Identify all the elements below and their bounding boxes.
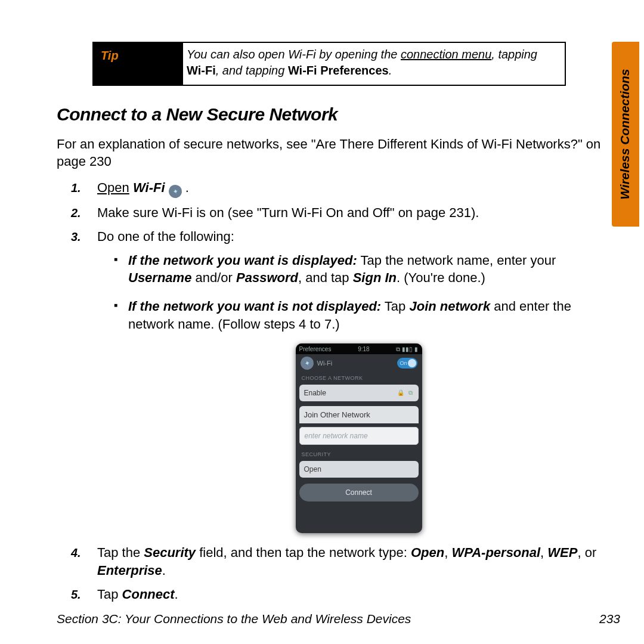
phone-status-icons: ⧉ ▮▮▯ ▮ — [396, 345, 418, 354]
type-wpa: WPA-personal — [451, 545, 540, 560]
type-enterprise: Enterprise — [97, 563, 162, 578]
step-text: , — [540, 545, 547, 560]
step-text: , or — [577, 545, 596, 560]
security-value: Open — [304, 465, 321, 474]
tip-label-cell: Tip — [94, 43, 183, 85]
sub-lead: If the network you want is not displayed… — [128, 299, 381, 314]
battery-icon: ▮ — [414, 345, 418, 354]
steps-list: Open Wi-Fi ✦ . Make sure Wi-Fi is on (se… — [69, 179, 620, 603]
side-tab-wireless-connections: Wireless Connections — [612, 42, 639, 227]
step-4: Tap the Security field, and then tap the… — [92, 544, 620, 579]
type-open: Open — [411, 545, 444, 560]
phone-frame: Preferences 9:18 ⧉ ▮▮▯ ▮ ✦ Wi-Fi — [296, 343, 422, 533]
sub-lead: If the network you want is displayed: — [128, 253, 357, 268]
tip-text: , tapping — [491, 48, 537, 61]
phone-app-menu[interactable]: Preferences — [299, 346, 332, 352]
step-text: . — [162, 563, 166, 578]
username-label: Username — [128, 270, 191, 285]
network-icons: 🔒 ⧉ — [397, 389, 414, 397]
footer-section: Section 3C: Your Connections to the Web … — [57, 611, 411, 627]
step-2: Make sure Wi-Fi is on (see "Turn Wi-Fi O… — [92, 204, 620, 222]
step-text: , — [444, 545, 451, 560]
network-name-input[interactable]: enter network name — [299, 427, 419, 445]
section-heading: Connect to a New Secure Network — [57, 103, 620, 127]
security-label: Security — [144, 545, 196, 560]
tip-bold: Wi-Fi Preferences — [288, 64, 389, 77]
step-5: Tap Connect. — [92, 586, 620, 603]
open-link[interactable]: Open — [97, 180, 129, 195]
sub-text: and/or — [191, 270, 236, 285]
tip-box: Tip You can also open Wi-Fi by opening t… — [92, 42, 566, 86]
wifi-toggle[interactable]: On — [397, 358, 417, 369]
step-text: . — [182, 180, 189, 195]
wifi-toggle-label: On — [400, 360, 407, 367]
tip-label: Tip — [101, 48, 119, 64]
step-text: Do one of the following: — [97, 229, 234, 244]
network-name: Enable — [304, 388, 326, 398]
lock-icon: 🔒 — [397, 389, 405, 396]
sub-text: . (You're done.) — [397, 270, 485, 285]
join-other-network-header: Join Other Network — [299, 406, 419, 424]
phone-statusbar: Preferences 9:18 ⧉ ▮▮▯ ▮ — [296, 343, 422, 354]
wifi-status-icon: ⧉ — [396, 345, 400, 354]
security-header: SECURITY — [296, 448, 422, 459]
sub-text: Tap the network name, enter your — [357, 253, 556, 268]
phone-wifi-row: ✦ Wi-Fi On — [296, 354, 422, 372]
step-3-sublist: If the network you want is displayed: Ta… — [114, 252, 620, 333]
tip-text: , and tapping — [216, 64, 288, 77]
sub-text: Tap — [381, 299, 409, 314]
page-footer: Section 3C: Your Connections to the Web … — [57, 611, 620, 627]
wifi-icon: ✦ — [167, 184, 183, 200]
choose-network-header: CHOOSE A NETWORK — [296, 372, 422, 383]
step-3: Do one of the following: If the network … — [92, 228, 620, 533]
join-network-label: Join network — [409, 299, 490, 314]
step-text: field, and then tap the network type: — [196, 545, 411, 560]
wifi-label: Wi-Fi — [133, 180, 165, 195]
step-text: Tap the — [97, 545, 144, 560]
step-text: . — [175, 587, 178, 602]
tip-body: You can also open Wi-Fi by opening the c… — [183, 43, 565, 85]
signal-icon: ▮▮▯ — [402, 345, 413, 354]
intro-paragraph: For an explanation of secure networks, s… — [57, 135, 620, 171]
network-row-enable[interactable]: Enable 🔒 ⧉ — [299, 385, 419, 401]
step-1: Open Wi-Fi ✦ . — [92, 179, 620, 198]
page-number: 233 — [599, 611, 620, 627]
sub-text: , and tap — [298, 270, 353, 285]
wifi-signal-icon: ⧉ — [408, 389, 414, 396]
tip-text: . — [389, 64, 392, 77]
step-3a: If the network you want is displayed: Ta… — [114, 252, 620, 287]
phone-screenshot: Preferences 9:18 ⧉ ▮▮▯ ▮ ✦ Wi-Fi — [97, 343, 620, 533]
security-field[interactable]: Open — [299, 461, 419, 478]
signin-label: Sign In — [353, 270, 397, 285]
phone-clock: 9:18 — [358, 345, 369, 354]
connection-menu-link[interactable]: connection menu — [401, 48, 491, 61]
tip-text: You can also open Wi-Fi by opening the — [187, 48, 401, 61]
phone-wifi-label: Wi-Fi — [317, 359, 333, 368]
connect-label: Connect — [122, 587, 175, 602]
step-3b: If the network you want is not displayed… — [114, 298, 620, 333]
type-wep: WEP — [547, 545, 577, 560]
connect-button[interactable]: Connect — [299, 484, 419, 501]
step-text: Tap — [97, 587, 122, 602]
password-label: Password — [236, 270, 298, 285]
wifi-icon: ✦ — [299, 355, 315, 371]
tip-bold: Wi-Fi — [187, 64, 216, 77]
